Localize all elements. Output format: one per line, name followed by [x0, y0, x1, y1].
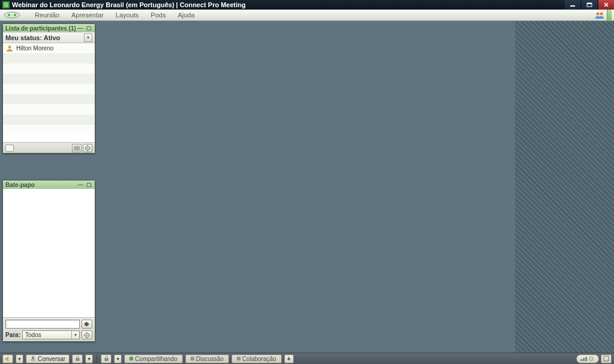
list-item [3, 53, 95, 64]
chevron-down-icon: ▼ [71, 331, 79, 339]
connection-indicator [607, 10, 612, 21]
svg-rect-12 [77, 146, 80, 148]
participants-icon[interactable] [595, 11, 604, 19]
chat-messages-area [3, 189, 95, 317]
menubar: Reunião Apresentar Layouts Pods Ajuda [0, 10, 614, 21]
pod-minimize-icon[interactable]: — [77, 182, 84, 188]
lock2-dropdown-button[interactable]: ▼ [114, 354, 122, 363]
chat-to-label: Para: [5, 332, 20, 338]
window-title: Webinar do Leonardo Energy Brasil (em Po… [12, 1, 246, 8]
participants-pod-titlebar[interactable]: Lista de participantes (1) — ▢ [3, 24, 95, 32]
list-item [3, 104, 95, 115]
svg-rect-4 [587, 3, 592, 4]
app-icon [2, 1, 10, 8]
menu-reuniao[interactable]: Reunião [29, 10, 65, 20]
participants-view-button[interactable] [72, 144, 82, 152]
chat-pod-title: Bate-papo [5, 182, 76, 188]
svg-rect-22 [580, 359, 582, 361]
participants-pod: Lista de participantes (1) — ▢ Meu statu… [2, 23, 95, 154]
menu-apresentar[interactable]: Apresentar [65, 10, 110, 20]
svg-rect-1 [4, 2, 8, 7]
layout-active-indicator-icon [130, 357, 133, 360]
svg-rect-26 [604, 356, 609, 361]
svg-point-9 [600, 13, 603, 16]
svg-point-18 [86, 335, 88, 336]
chat-input[interactable] [5, 320, 80, 329]
my-status-label: Meu status: Ativo [5, 34, 60, 41]
list-item[interactable]: Hilton Moreno [3, 43, 95, 53]
chat-footer: Para: Todos ▼ [3, 317, 95, 341]
svg-rect-11 [74, 146, 76, 148]
window-minimize-button[interactable] [565, 0, 580, 10]
workspace: Lista de participantes (1) — ▢ Meu statu… [0, 21, 614, 353]
menu-ajuda[interactable]: Ajuda [171, 10, 200, 20]
layout-tab-compartilhando[interactable]: Compartilhando [124, 354, 183, 363]
lock-button-2[interactable] [101, 354, 112, 363]
participants-options-button[interactable] [83, 144, 92, 152]
fullscreen-button[interactable] [601, 354, 612, 363]
lock-dropdown-button[interactable]: ▼ [85, 354, 93, 363]
layout-tab-discussao[interactable]: Discussão [185, 354, 229, 363]
svg-point-7 [14, 14, 16, 16]
list-item [3, 115, 95, 125]
chat-send-button[interactable] [82, 320, 92, 329]
menu-layouts[interactable]: Layouts [110, 10, 145, 20]
participant-name: Hilton Moreno [16, 45, 53, 52]
window-controls [564, 0, 614, 10]
conversar-button[interactable]: Conversar [26, 354, 70, 363]
left-column: Lista de participantes (1) — ▢ Meu statu… [0, 21, 96, 353]
svg-point-10 [8, 46, 11, 49]
conversar-label: Conversar [38, 356, 65, 362]
pod-maximize-icon[interactable]: ▢ [85, 25, 92, 31]
right-background-strip [515, 21, 614, 353]
participants-footer [3, 142, 95, 153]
add-layout-button[interactable]: + [284, 354, 294, 363]
svg-rect-19 [32, 356, 34, 360]
bottom-toolbar: ▼ Conversar ▼ ▼ Compartilhando Discussão… [0, 353, 614, 364]
layout-tab-colaboracao[interactable]: Colaboração [231, 354, 282, 363]
chat-recipient-select[interactable]: Todos ▼ [22, 330, 80, 339]
svg-rect-2 [570, 5, 575, 7]
voice-dropdown-button[interactable]: ▼ [16, 354, 23, 363]
svg-point-6 [8, 14, 10, 16]
list-item [3, 74, 95, 84]
svg-rect-14 [77, 149, 80, 151]
bandwidth-indicator-button[interactable] [576, 354, 599, 363]
list-item [3, 94, 95, 104]
participants-list: Hilton Moreno [3, 43, 95, 142]
separator [97, 355, 97, 363]
chat-recipient-value: Todos [25, 332, 41, 338]
chat-options-button[interactable] [82, 330, 92, 339]
menu-pods[interactable]: Pods [145, 10, 171, 20]
svg-point-8 [597, 13, 600, 16]
svg-rect-23 [583, 358, 585, 361]
layout-indicator-icon [237, 357, 240, 360]
layout-tab-label: Compartilhando [135, 356, 177, 362]
voice-button[interactable] [2, 354, 13, 363]
svg-rect-13 [74, 149, 76, 151]
window-maximize-button[interactable] [582, 0, 597, 10]
lock-button[interactable] [72, 354, 83, 363]
list-item [3, 64, 95, 74]
chat-pod: Bate-papo — ▢ Para: Todos ▼ [2, 180, 95, 342]
list-item [3, 84, 95, 94]
status-dropdown-button[interactable]: ▼ [84, 34, 92, 42]
status-indicator-box[interactable] [5, 145, 14, 152]
layout-indicator-icon [191, 357, 194, 360]
adobe-connect-logo-icon [2, 11, 22, 20]
my-status-row: Meu status: Ativo ▼ [3, 32, 95, 43]
main-share-area [96, 22, 514, 351]
pod-maximize-icon[interactable]: ▢ [85, 182, 92, 188]
svg-rect-20 [76, 358, 79, 361]
svg-point-5 [4, 12, 20, 18]
svg-point-25 [589, 357, 593, 360]
window-titlebar: Webinar do Leonardo Energy Brasil (em Po… [0, 0, 614, 10]
layout-tab-label: Discussão [196, 356, 224, 362]
svg-point-16 [87, 148, 88, 149]
participants-pod-title: Lista de participantes (1) [5, 25, 76, 32]
host-icon [5, 45, 14, 52]
window-close-button[interactable] [598, 0, 614, 10]
svg-rect-24 [585, 357, 587, 361]
pod-minimize-icon[interactable]: — [77, 25, 84, 31]
chat-pod-titlebar[interactable]: Bate-papo — ▢ [3, 181, 95, 189]
